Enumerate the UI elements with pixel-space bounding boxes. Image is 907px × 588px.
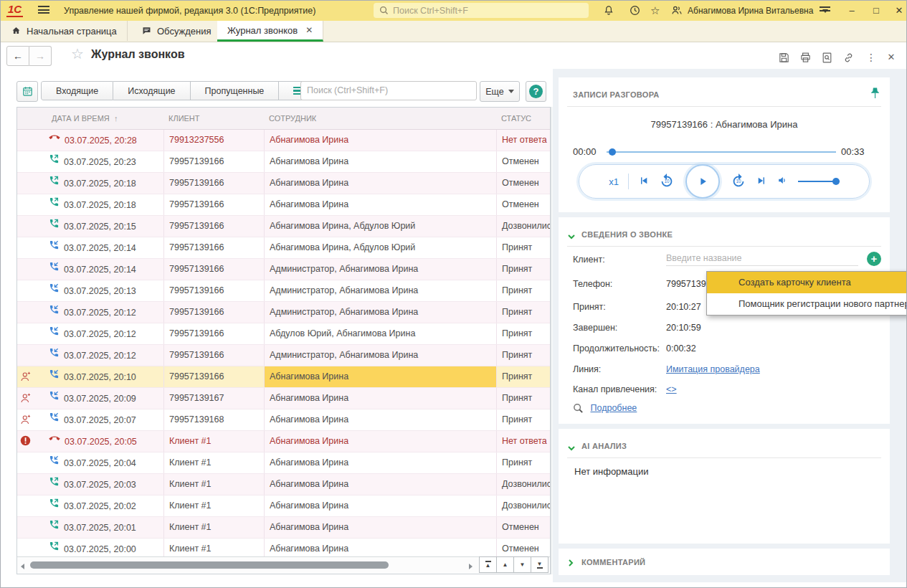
line-link[interactable]: Имитация провайдера — [666, 364, 760, 374]
back-button[interactable]: ← — [6, 46, 29, 66]
cell-employee[interactable]: Абнагимова Ирина — [264, 431, 497, 452]
go-next-row-button[interactable]: ▼ — [513, 556, 531, 573]
get-link-button[interactable] — [841, 52, 855, 65]
cell-employee[interactable]: Абнагимова Ирина — [264, 194, 497, 215]
filter-button[interactable]: Пропущенные — [191, 81, 280, 100]
cell-datetime[interactable]: 03.07.2025, 20:04 — [36, 452, 163, 473]
preview-button[interactable] — [820, 52, 834, 65]
cell-status[interactable]: Нет ответа — [496, 431, 550, 452]
cell-client[interactable]: 79957139166 — [163, 173, 270, 194]
expand-comment-icon[interactable] — [569, 559, 574, 569]
cell-status[interactable]: Отменен — [496, 173, 550, 194]
scroll-right-arrow[interactable] — [469, 564, 473, 569]
close-window-button[interactable]: ✕ — [891, 4, 907, 17]
more-actions-button[interactable]: ⋮ — [864, 52, 878, 65]
table-row[interactable]: 03.07.2025, 20:28 79913237556 Абнагимова… — [17, 130, 550, 151]
cell-status[interactable]: Принят — [496, 345, 550, 366]
cell-status[interactable]: Нет ответа — [496, 130, 550, 151]
cell-client[interactable]: 79957139166 — [163, 151, 270, 172]
forward-button[interactable]: → — [29, 46, 52, 66]
table-row[interactable]: 03.07.2025, 20:23 79957139166 Абнагимова… — [17, 151, 550, 173]
cell-employee[interactable]: Абдулов Юрий, Абнагимова Ирина — [264, 323, 497, 344]
list-search-input[interactable]: Поиск (Ctrl+Shift+F) — [300, 81, 477, 100]
close-form-button[interactable]: ✕ — [884, 52, 898, 65]
skip-next-button[interactable] — [756, 175, 767, 189]
service-menu-icon[interactable] — [820, 6, 834, 19]
cell-status[interactable]: Отменен — [496, 194, 550, 215]
client-input[interactable]: Введите название — [666, 253, 858, 266]
collapse-details-icon[interactable] — [568, 232, 575, 242]
cell-client[interactable]: 79957139166 — [163, 237, 270, 258]
cell-datetime[interactable]: 03.07.2025, 20:12 — [36, 302, 163, 323]
scrollbar-thumb[interactable] — [30, 561, 389, 569]
cell-employee[interactable]: Абнагимова Ирина — [264, 474, 497, 495]
cell-datetime[interactable]: 03.07.2025, 20:14 — [36, 237, 163, 258]
table-row[interactable]: 03.07.2025, 20:14 79957139166 Абнагимова… — [17, 237, 550, 259]
column-datetime[interactable]: ДАТА И ВРЕМЯ ↑ — [52, 108, 118, 129]
column-status[interactable]: СТАТУС — [501, 108, 531, 129]
cell-status[interactable]: Отменен — [496, 151, 550, 172]
cell-datetime[interactable]: 03.07.2025, 20:14 — [36, 259, 163, 280]
table-row[interactable]: 03.07.2025, 20:13 79957139166 Администра… — [17, 280, 550, 302]
table-row[interactable]: 03.07.2025, 20:09 79957139167 Абнагимова… — [17, 388, 550, 409]
cell-client[interactable]: 79957139168 — [163, 409, 270, 430]
go-first-row-button[interactable]: ▲ — [479, 556, 497, 573]
volume-slider[interactable] — [798, 178, 840, 185]
cell-status[interactable]: Принят — [496, 388, 550, 409]
cell-datetime[interactable]: 03.07.2025, 20:03 — [36, 474, 163, 495]
cell-client[interactable]: 79957139166 — [163, 259, 270, 280]
table-row[interactable]: 03.07.2025, 20:14 79957139166 Администра… — [17, 259, 550, 280]
skip-previous-button[interactable] — [638, 175, 650, 189]
cell-datetime[interactable]: 03.07.2025, 20:12 — [36, 323, 163, 344]
cell-datetime[interactable]: 03.07.2025, 20:13 — [36, 280, 163, 301]
cell-status[interactable]: Принят — [496, 237, 550, 258]
cell-employee[interactable]: Администратор, Абнагимова Ирина — [264, 302, 497, 323]
table-row[interactable]: 03.07.2025, 20:12 79957139166 Абдулов Юр… — [17, 323, 550, 345]
cell-employee[interactable]: Абнагимова Ирина — [264, 409, 497, 430]
cell-employee[interactable]: Абнагимова Ирина — [264, 388, 497, 409]
go-previous-row-button[interactable]: ▲ — [496, 556, 514, 573]
table-row[interactable]: 03.07.2025, 20:01 Клиент #1 Абнагимова И… — [17, 517, 550, 539]
users-icon[interactable] — [670, 4, 685, 17]
print-button[interactable] — [798, 52, 812, 65]
table-row[interactable]: 03.07.2025, 20:04 Клиент #1 Абнагимова И… — [17, 452, 550, 474]
menu-item[interactable]: Помощник регистрации нового партнера — [707, 293, 907, 315]
cell-client[interactable]: Клиент #1 — [163, 474, 270, 495]
cell-status[interactable]: Принят — [496, 323, 550, 344]
playback-speed-button[interactable]: x1 — [609, 176, 619, 187]
cell-status[interactable]: Принят — [496, 280, 550, 301]
filter-button[interactable]: Входящие — [41, 81, 113, 100]
cell-status[interactable]: Принят — [496, 259, 550, 280]
replay-10-button[interactable]: 10 — [659, 173, 675, 191]
cell-client[interactable]: 79957139166 — [163, 302, 270, 323]
cell-employee[interactable]: Абнагимова Ирина — [264, 173, 497, 194]
set-period-button[interactable] — [16, 81, 38, 102]
table-row[interactable]: 03.07.2025, 20:18 79957139166 Абнагимова… — [17, 194, 550, 216]
cell-datetime[interactable]: 03.07.2025, 20:05 — [36, 431, 163, 452]
pin-icon[interactable] — [870, 87, 880, 102]
cell-datetime[interactable]: 03.07.2025, 20:10 — [36, 366, 163, 387]
cell-status[interactable]: Дозвонились — [496, 216, 550, 237]
minimize-button[interactable]: – — [844, 4, 860, 17]
scroll-left-arrow[interactable] — [21, 564, 24, 569]
table-row[interactable]: 03.07.2025, 20:00 Клиент #1 Абнагимова И… — [17, 539, 550, 557]
cell-employee[interactable]: Абнагимова Ирина — [264, 366, 497, 387]
tab-call-journal[interactable]: Журнал звонков ✕ — [217, 21, 323, 42]
cell-status[interactable]: Принят — [496, 409, 550, 430]
cell-status[interactable]: Отменен — [496, 517, 550, 538]
horizontal-scrollbar[interactable]: ▲ ▲ ▼ ▼ — [17, 556, 550, 574]
cell-datetime[interactable]: 03.07.2025, 20:18 — [36, 194, 163, 215]
table-row[interactable]: 03.07.2025, 20:02 Клиент #1 Абнагимова И… — [17, 495, 550, 517]
filter-button[interactable]: Исходящие — [113, 81, 190, 100]
save-button[interactable] — [777, 52, 791, 65]
cell-datetime[interactable]: 03.07.2025, 20:28 — [36, 130, 163, 151]
cell-status[interactable]: Принят — [496, 366, 550, 387]
seek-bar[interactable] — [607, 151, 836, 153]
cell-client[interactable]: Клиент #1 — [163, 431, 270, 452]
cell-employee[interactable]: Абнагимова Ирина — [264, 151, 497, 172]
cell-datetime[interactable]: 03.07.2025, 20:15 — [36, 216, 163, 237]
add-favorite-star-icon[interactable]: ☆ — [71, 45, 84, 62]
table-row[interactable]: 03.07.2025, 20:12 79957139166 Администра… — [17, 302, 550, 323]
cell-datetime[interactable]: 03.07.2025, 20:07 — [36, 409, 163, 430]
seek-thumb[interactable] — [609, 148, 616, 156]
